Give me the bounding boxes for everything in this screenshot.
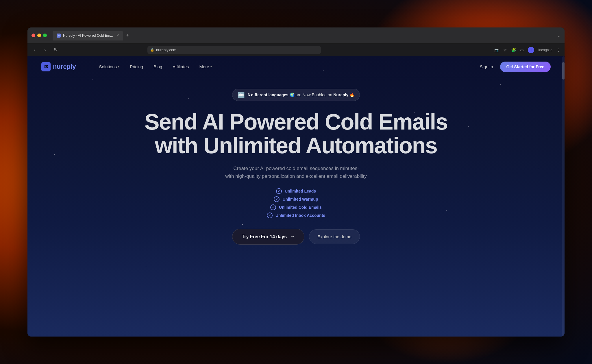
fullscreen-traffic-light[interactable] <box>43 34 47 37</box>
tab-close-button[interactable]: ✕ <box>116 34 119 37</box>
feature-inbox-label: Unlimited Inbox Accounts <box>275 213 325 218</box>
get-started-button[interactable]: Get Started for Free <box>500 62 551 72</box>
badge-text-bold: 6 different languages 🌍 <box>248 93 295 97</box>
logo-icon: ✉ <box>41 62 51 71</box>
translate-icon: 🔤 <box>238 91 245 98</box>
nav-affiliates-label: Affiliates <box>173 64 189 69</box>
check-icon-warmup: ✓ <box>274 196 280 202</box>
close-traffic-light[interactable] <box>32 34 35 37</box>
hero-title: Send AI Powered Cold Emails with Unlimit… <box>41 110 551 158</box>
feature-warmup-label: Unlimited Warmup <box>282 197 318 202</box>
check-icon-inbox: ✓ <box>267 213 273 218</box>
hero-subtitle: Create your AI powered cold email sequen… <box>41 165 551 180</box>
camera-icon[interactable]: 📷 <box>494 48 499 52</box>
solutions-chevron-icon: ▾ <box>118 65 119 68</box>
feature-warmup: ✓ Unlimited Warmup <box>274 196 318 202</box>
tab-title: Nureply - AI Powered Cold Em... <box>63 34 113 38</box>
traffic-lights <box>32 34 47 37</box>
hero-title-line1: Send AI Powered Cold Emails <box>41 110 551 134</box>
new-tab-button[interactable]: + <box>124 32 131 38</box>
sidebar-icon[interactable]: ▭ <box>520 48 524 52</box>
explore-demo-button[interactable]: Explore the demo <box>309 229 360 244</box>
nav-blog-label: Blog <box>153 64 162 69</box>
try-free-label: Try Free For 14 days <box>242 234 287 239</box>
profile-avatar[interactable]: I <box>528 47 534 53</box>
star-icon[interactable]: ☆ <box>503 48 507 52</box>
language-badge: 🔤 6 different languages 🌍 are Now Enable… <box>232 89 360 101</box>
logo[interactable]: ✉ nureply <box>41 62 76 71</box>
feature-leads-label: Unlimited Leads <box>285 189 316 193</box>
try-free-button[interactable]: Try Free For 14 days → <box>232 229 304 245</box>
nav-solutions[interactable]: Solutions ▾ <box>99 64 119 69</box>
nav-pricing[interactable]: Pricing <box>130 64 143 69</box>
extension-icon[interactable]: 🧩 <box>511 48 516 52</box>
tab-list: ✉ Nureply - AI Powered Cold Em... ✕ + <box>53 31 131 40</box>
hero-title-line2: with Unlimited Automations <box>41 134 551 158</box>
incognito-label: Incognito <box>538 48 552 52</box>
chrome-chevron-icon[interactable]: ⌄ <box>557 33 560 38</box>
features-list: ✓ Unlimited Leads ✓ Unlimited Warmup ✓ U… <box>41 188 551 218</box>
lock-icon: 🔒 <box>150 48 154 52</box>
reload-button[interactable]: ↻ <box>52 47 59 53</box>
nav-pricing-label: Pricing <box>130 64 143 69</box>
nav-affiliates[interactable]: Affiliates <box>173 64 189 69</box>
browser-tab-bar: ✉ Nureply - AI Powered Cold Em... ✕ + ⌄ <box>27 27 565 44</box>
back-button[interactable]: ‹ <box>32 47 38 53</box>
logo-text: nureply <box>53 63 76 71</box>
hero-subtitle-line2: with high-quality personalization and ex… <box>225 173 367 179</box>
nav-right: Sign in Get Started for Free <box>480 62 551 72</box>
logo-text-nu: nu <box>53 63 61 70</box>
hero-section: 🔤 6 different languages 🌍 are Now Enable… <box>27 77 565 245</box>
active-tab[interactable]: ✉ Nureply - AI Powered Cold Em... ✕ <box>53 31 123 40</box>
logo-text-reply: reply <box>61 63 76 70</box>
address-bar: ‹ › ↻ 🔒 nureply.com 📷 ☆ 🧩 ▭ I Incognito … <box>27 44 565 56</box>
url-text: nureply.com <box>156 48 176 52</box>
nav-links: Solutions ▾ Pricing Blog Affiliates More… <box>99 64 212 69</box>
chrome-toolbar-icons: 📷 ☆ 🧩 ▭ I Incognito ⋮ <box>494 47 560 53</box>
feature-cold-emails-label: Unlimited Cold Emails <box>279 205 322 210</box>
browser-window: ✉ Nureply - AI Powered Cold Em... ✕ + ⌄ … <box>27 27 565 337</box>
website-content: ✉ nureply Solutions ▾ Pricing Blog Affil… <box>27 56 565 337</box>
sign-in-button[interactable]: Sign in <box>480 64 493 69</box>
menu-icon[interactable]: ⋮ <box>556 48 560 52</box>
nav-more[interactable]: More ▾ <box>199 64 212 69</box>
forward-button[interactable]: › <box>42 47 48 53</box>
site-navbar: ✉ nureply Solutions ▾ Pricing Blog Affil… <box>27 56 565 77</box>
cta-buttons: Try Free For 14 days → Explore the demo <box>41 229 551 245</box>
tab-favicon: ✉ <box>57 34 61 38</box>
check-icon-leads: ✓ <box>276 188 282 194</box>
url-bar[interactable]: 🔒 nureply.com <box>147 46 321 54</box>
feature-leads: ✓ Unlimited Leads <box>276 188 316 194</box>
hero-subtitle-line1: Create your AI powered cold email sequen… <box>233 166 359 171</box>
badge-brand: Nureply 🔥 <box>333 93 354 97</box>
nav-more-label: More <box>199 64 209 69</box>
feature-cold-emails: ✓ Unlimited Cold Emails <box>270 204 322 210</box>
badge-text: 6 different languages 🌍 are Now Enabled … <box>248 93 354 97</box>
check-icon-cold-emails: ✓ <box>270 204 276 210</box>
feature-inbox: ✓ Unlimited Inbox Accounts <box>267 213 325 218</box>
minimize-traffic-light[interactable] <box>37 34 41 37</box>
more-chevron-icon: ▾ <box>210 65 212 68</box>
arrow-icon: → <box>290 234 295 240</box>
nav-solutions-label: Solutions <box>99 64 117 69</box>
nav-blog[interactable]: Blog <box>153 64 162 69</box>
